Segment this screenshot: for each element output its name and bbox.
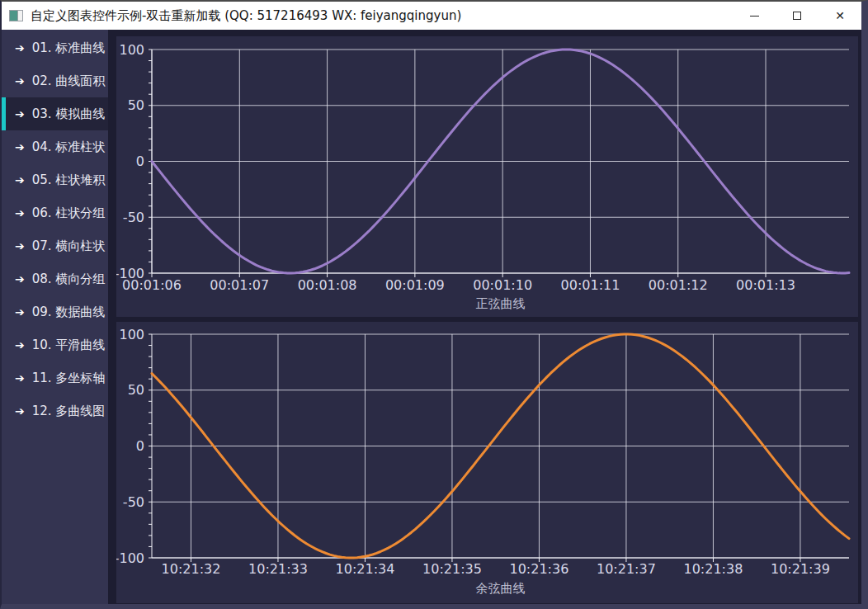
sidebar-item-10[interactable]: ➔10. 平滑曲线 (2, 328, 108, 361)
svg-text:50: 50 (128, 382, 144, 398)
svg-text:100: 100 (119, 42, 144, 58)
arrow-right-icon: ➔ (15, 108, 25, 120)
svg-text:0: 0 (136, 153, 144, 169)
close-button[interactable]: ✕ (818, 2, 861, 30)
arrow-right-icon: ➔ (15, 240, 25, 252)
arrow-right-icon: ➔ (15, 306, 25, 318)
sidebar-item-11[interactable]: ➔11. 多坐标轴 (2, 361, 108, 394)
sidebar-item-label: 12. 多曲线图 (32, 404, 106, 419)
svg-text:10:21:36: 10:21:36 (510, 561, 569, 577)
svg-text:-50: -50 (123, 210, 144, 225)
arrow-right-icon: ➔ (15, 174, 25, 186)
close-icon: ✕ (835, 10, 845, 21)
svg-text:00:01:07: 00:01:07 (210, 277, 269, 293)
svg-text:10:21:33: 10:21:33 (248, 561, 308, 577)
sidebar-item-label: 05. 柱状堆积 (32, 172, 106, 188)
svg-text:00:01:09: 00:01:09 (385, 277, 445, 293)
minimize-button[interactable] (733, 2, 776, 30)
chart-title: 正弦曲线 (476, 296, 526, 311)
sidebar-item-label: 08. 横向分组 (32, 271, 106, 287)
svg-text:00:01:13: 00:01:13 (736, 277, 795, 293)
svg-text:10:21:37: 10:21:37 (597, 561, 656, 577)
app-window: 自定义图表控件示例-双击重新加载 (QQ: 517216493 WX: feiy… (0, 0, 868, 609)
sidebar-item-label: 04. 标准柱状 (32, 139, 106, 155)
sidebar-item-label: 06. 柱状分组 (32, 205, 106, 221)
arrow-right-icon: ➔ (15, 75, 25, 87)
svg-text:00:01:12: 00:01:12 (649, 277, 708, 293)
sidebar-item-label: 11. 多坐标轴 (32, 371, 106, 386)
sine-chart-panel: -100-5005010000:01:0600:01:0700:01:0800:… (116, 36, 858, 317)
sidebar-item-label: 07. 横向柱状 (32, 238, 106, 254)
arrow-right-icon: ➔ (15, 141, 25, 153)
sidebar-item-03[interactable]: ➔03. 模拟曲线 (2, 97, 108, 130)
svg-text:10:21:39: 10:21:39 (771, 561, 830, 577)
sidebar-menu: ➔01. 标准曲线➔02. 曲线面积➔03. 模拟曲线➔04. 标准柱状➔05.… (2, 30, 108, 604)
svg-text:100: 100 (119, 327, 144, 342)
main-area: ➔01. 标准曲线➔02. 曲线面积➔03. 模拟曲线➔04. 标准柱状➔05.… (2, 30, 861, 604)
chart-title: 余弦曲线 (476, 581, 526, 596)
minimize-icon (750, 16, 759, 17)
svg-text:00:01:08: 00:01:08 (298, 277, 357, 293)
sidebar-item-07[interactable]: ➔07. 横向柱状 (2, 229, 108, 262)
app-icon (9, 10, 23, 21)
window-title: 自定义图表控件示例-双击重新加载 (QQ: 517216493 WX: feiy… (31, 8, 461, 24)
content-area: -100-5005010000:01:0600:01:0700:01:0800:… (108, 30, 861, 604)
sidebar-item-06[interactable]: ➔06. 柱状分组 (2, 196, 108, 229)
cosine-chart-panel: -100-5005010010:21:3210:21:3310:21:3410:… (116, 322, 858, 603)
sidebar-item-05[interactable]: ➔05. 柱状堆积 (2, 163, 108, 196)
arrow-right-icon: ➔ (15, 372, 25, 384)
sidebar-item-09[interactable]: ➔09. 数据曲线 (2, 295, 108, 328)
sidebar-item-label: 10. 平滑曲线 (32, 338, 106, 353)
sine-chart[interactable]: -100-5005010000:01:0600:01:0700:01:0800:… (116, 36, 858, 317)
maximize-button[interactable] (776, 2, 818, 30)
title-bar[interactable]: 自定义图表控件示例-双击重新加载 (QQ: 517216493 WX: feiy… (2, 2, 861, 30)
svg-text:00:01:11: 00:01:11 (561, 277, 620, 293)
svg-text:00:01:06: 00:01:06 (122, 277, 182, 293)
svg-text:50: 50 (128, 97, 144, 113)
arrow-right-icon: ➔ (15, 42, 25, 54)
sidebar-item-04[interactable]: ➔04. 标准柱状 (2, 130, 108, 163)
arrow-right-icon: ➔ (15, 273, 25, 285)
sidebar-item-01[interactable]: ➔01. 标准曲线 (2, 31, 108, 64)
arrow-right-icon: ➔ (15, 405, 25, 417)
svg-text:00:01:10: 00:01:10 (473, 277, 532, 293)
maximize-icon (793, 12, 801, 20)
svg-text:10:21:34: 10:21:34 (336, 561, 395, 577)
svg-text:10:21:32: 10:21:32 (162, 561, 221, 577)
sidebar-item-label: 09. 数据曲线 (32, 304, 106, 320)
svg-text:0: 0 (136, 438, 144, 454)
sidebar-item-label: 02. 曲线面积 (32, 73, 106, 89)
svg-text:-100: -100 (116, 550, 144, 566)
sidebar-item-02[interactable]: ➔02. 曲线面积 (2, 64, 108, 97)
sidebar-item-label: 01. 标准曲线 (32, 40, 106, 56)
sidebar-item-08[interactable]: ➔08. 横向分组 (2, 262, 108, 295)
arrow-right-icon: ➔ (15, 207, 25, 219)
cosine-chart[interactable]: -100-5005010010:21:3210:21:3310:21:3410:… (116, 322, 858, 603)
svg-text:10:21:35: 10:21:35 (422, 561, 482, 577)
sidebar-item-12[interactable]: ➔12. 多曲线图 (2, 394, 108, 427)
svg-text:10:21:38: 10:21:38 (684, 561, 743, 577)
sidebar-item-label: 03. 模拟曲线 (32, 106, 106, 122)
window-controls: ✕ (733, 2, 861, 30)
svg-text:-50: -50 (123, 494, 144, 510)
arrow-right-icon: ➔ (15, 339, 25, 351)
